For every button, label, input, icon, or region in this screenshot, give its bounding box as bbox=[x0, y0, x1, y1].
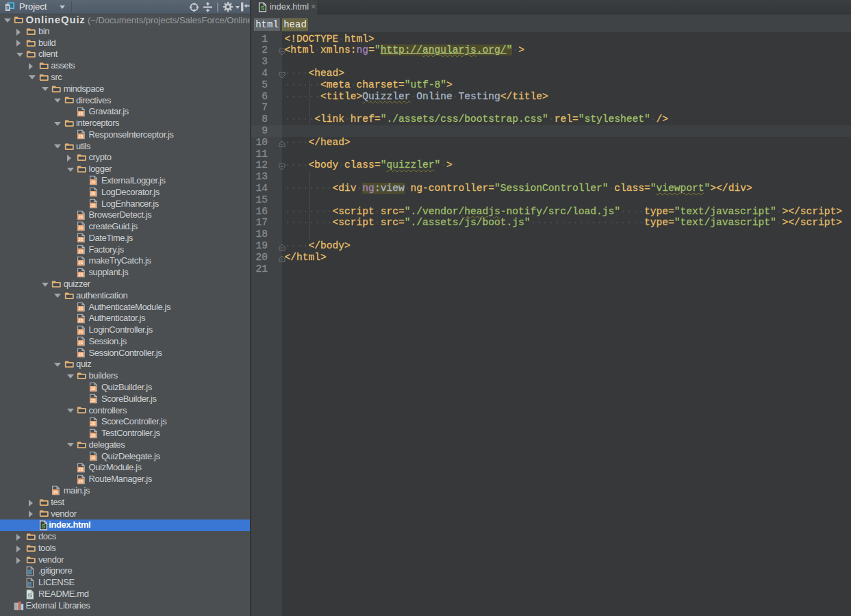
svg-text:5: 5 bbox=[261, 5, 264, 12]
svg-text:JS: JS bbox=[78, 249, 83, 253]
svg-text:JS: JS bbox=[78, 467, 83, 472]
svg-text:JS: JS bbox=[91, 433, 96, 437]
svg-text:JS: JS bbox=[78, 112, 83, 116]
svg-text:JS: JS bbox=[78, 261, 83, 265]
svg-text:JS: JS bbox=[78, 479, 83, 483]
svg-text:JS: JS bbox=[91, 180, 96, 184]
svg-text:JS: JS bbox=[78, 134, 83, 138]
svg-text:JS: JS bbox=[91, 192, 96, 196]
svg-text:JS: JS bbox=[78, 318, 83, 322]
svg-text:JS: JS bbox=[78, 215, 83, 219]
svg-text:JS: JS bbox=[78, 238, 83, 242]
svg-text:JS: JS bbox=[91, 456, 96, 460]
svg-text:5: 5 bbox=[42, 522, 45, 529]
svg-text:JS: JS bbox=[91, 398, 96, 402]
svg-text:JS: JS bbox=[78, 272, 83, 277]
svg-text:JS: JS bbox=[91, 387, 96, 391]
svg-text:JS: JS bbox=[78, 341, 83, 345]
svg-text:JS: JS bbox=[78, 307, 83, 311]
svg-text:JS: JS bbox=[91, 203, 96, 207]
svg-text:JS: JS bbox=[78, 226, 83, 230]
svg-text:JS: JS bbox=[78, 330, 83, 334]
svg-text:JS: JS bbox=[53, 490, 58, 494]
svg-text:JS: JS bbox=[78, 352, 83, 357]
svg-text:JS: JS bbox=[91, 422, 96, 426]
